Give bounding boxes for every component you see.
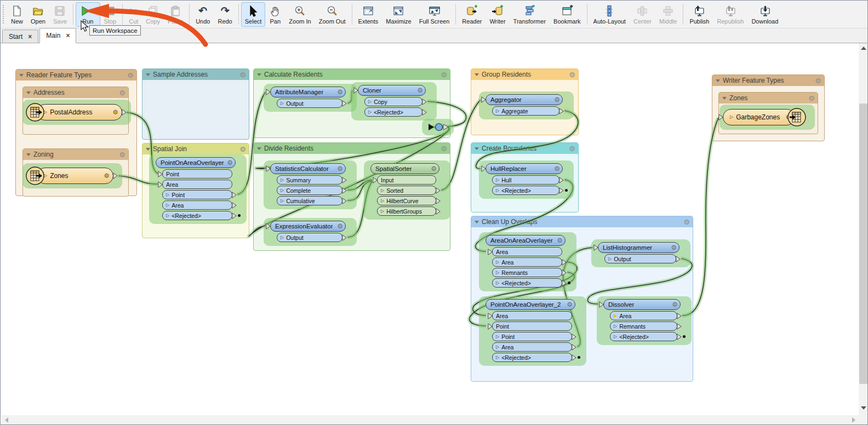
input-port-icon[interactable] — [488, 323, 493, 330]
input-port-icon[interactable] — [373, 177, 378, 183]
toolbar-autolayout-button[interactable]: Auto-Layout — [590, 2, 630, 27]
input-port-row[interactable]: Area — [162, 180, 232, 189]
output-port-row[interactable]: ▶Area — [610, 311, 677, 320]
input-port-icon[interactable] — [481, 96, 486, 103]
output-port-icon[interactable] — [436, 198, 441, 204]
input-port-icon[interactable] — [158, 181, 163, 188]
junction-node[interactable] — [427, 120, 449, 134]
toolbar-undo-button[interactable]: ↶Undo — [192, 2, 214, 27]
workspace-canvas[interactable]: Reader Feature Types⚙Addresses⚙Zoning⚙Sa… — [2, 43, 859, 415]
output-port-row[interactable]: ▷Output — [604, 254, 676, 263]
tab-close-icon[interactable]: × — [66, 32, 70, 39]
transformer-header[interactable]: StatisticsCalculator⚙ — [270, 163, 346, 174]
transformer-node-attrmgr[interactable]: AttributeManager⚙▷Output — [270, 87, 346, 108]
output-port-row[interactable]: ▷Aggregate — [492, 106, 559, 116]
transformer-node-aoao[interactable]: AreaOnAreaOverlayer⚙Area▷Area▷Remnants▷<… — [486, 235, 566, 288]
output-port-icon[interactable] — [342, 198, 347, 204]
input-port-icon[interactable] — [599, 301, 604, 308]
output-port-icon[interactable] — [572, 354, 576, 361]
toolbar-new-button[interactable]: New — [7, 2, 27, 27]
tab-close-icon[interactable]: × — [28, 33, 32, 41]
toolbar-publish-button[interactable]: Publish — [686, 2, 713, 27]
transformer-header[interactable]: SpatialSorter⚙ — [370, 163, 439, 174]
transformer-header[interactable]: AttributeManager⚙ — [270, 87, 346, 97]
transformer-node-dissolver[interactable]: Dissolver⚙▶Area▷Remnants▷<Rejected> — [603, 299, 681, 341]
transformer-header[interactable]: AreaOnAreaOverlayer⚙ — [486, 235, 566, 246]
writer-node-garbage[interactable]: ▷GarbageZones⚙ — [723, 108, 806, 127]
output-port-icon[interactable] — [559, 187, 564, 194]
transformer-node-hullrep[interactable]: HullReplacer⚙▷Hull▷<Rejected> — [486, 163, 563, 195]
transformer-header[interactable]: Dissolver⚙ — [603, 299, 681, 310]
output-port-row[interactable]: ▷<Rejected> — [610, 332, 677, 341]
output-port-row[interactable]: ▷Remnants — [610, 321, 677, 331]
toolbar-transformer-button[interactable]: Transformer — [510, 2, 550, 27]
node-gear-icon[interactable]: ⚙ — [554, 165, 560, 172]
output-port-row[interactable]: ▷<Rejected> — [492, 353, 572, 362]
output-port-row[interactable]: ▷<Rejected> — [492, 278, 562, 288]
output-port-icon[interactable] — [232, 213, 237, 219]
output-port-icon[interactable] — [677, 323, 682, 330]
input-port-icon[interactable] — [353, 87, 358, 94]
node-gear-icon[interactable]: ⚙ — [672, 301, 678, 308]
output-port-icon[interactable] — [342, 187, 347, 194]
input-port-row[interactable]: Input — [377, 175, 436, 185]
output-port-row[interactable]: ▷Area — [162, 200, 232, 210]
output-port-row[interactable]: ▷HilbertCurve — [377, 196, 436, 205]
input-port-row[interactable]: Area — [492, 311, 572, 320]
node-gear-icon[interactable]: ⚙ — [557, 237, 563, 244]
output-port-icon[interactable] — [232, 192, 237, 198]
node-gear-icon[interactable]: ⚙ — [431, 165, 437, 172]
input-port-icon[interactable] — [266, 165, 271, 172]
node-gear-icon[interactable]: ⚙ — [112, 109, 118, 116]
reader-node-zones[interactable]: ▷Zones⚙ — [26, 166, 113, 185]
output-port-row[interactable]: ▷Cumulative — [277, 196, 342, 205]
scroll-down-icon[interactable] — [861, 406, 866, 410]
toolbar-zoomout-button[interactable]: Zoom Out — [315, 2, 350, 27]
node-gear-icon[interactable]: ⚙ — [567, 301, 573, 308]
node-gear-icon[interactable]: ⚙ — [227, 159, 233, 166]
transformer-header[interactable]: HullReplacer⚙ — [486, 163, 563, 174]
output-port-row[interactable]: ▷Hull — [492, 175, 559, 185]
output-port-icon[interactable] — [232, 202, 237, 209]
vertical-scrollbar[interactable] — [859, 43, 868, 415]
output-port-icon[interactable] — [572, 334, 576, 340]
node-gear-icon[interactable]: ⚙ — [554, 96, 560, 103]
output-port-icon[interactable] — [572, 344, 576, 351]
toolbar-maximize-button[interactable]: Maximize — [382, 2, 415, 27]
transformer-node-statcalc[interactable]: StatisticsCalculator⚙▷Summary▷Complete▷C… — [270, 163, 346, 205]
output-port-row[interactable]: ▷Output — [277, 99, 342, 108]
transformer-header[interactable]: Cloner⚙ — [358, 85, 426, 96]
output-port-row[interactable]: ▷Complete — [277, 186, 342, 195]
output-port-row[interactable]: ▷HilbertGroups — [377, 206, 436, 216]
transformer-header[interactable]: PointOnAreaOverlayer⚙ — [156, 157, 236, 168]
toolbar-fullscreen-button[interactable]: Full Screen — [415, 2, 454, 27]
node-gear-icon[interactable]: ⚙ — [337, 223, 343, 229]
output-port-row[interactable]: ▷<Rejected> — [492, 186, 559, 195]
toolbar-open-button[interactable]: Open — [27, 2, 49, 27]
transformer-node-aggregator[interactable]: Aggregator⚙▷Aggregate — [486, 94, 563, 116]
input-port-icon[interactable] — [488, 313, 493, 319]
node-gear-icon[interactable]: ⚙ — [104, 173, 110, 179]
input-port-icon[interactable] — [266, 89, 271, 95]
output-port-row[interactable]: ▷Summary — [277, 175, 342, 185]
toolbar-reader-button[interactable]: Reader — [458, 2, 486, 27]
toolbar-bookmark-button[interactable]: Bookmark — [550, 2, 585, 27]
output-port-icon[interactable] — [562, 259, 567, 266]
transformer-node-spatialsorter[interactable]: SpatialSorter⚙Input▷Sorted▷HilbertCurve▷… — [370, 163, 439, 216]
reader-pill[interactable]: ▷Zones⚙ — [37, 168, 113, 184]
toolbar-pan-button[interactable]: Pan — [265, 2, 285, 27]
input-port-row[interactable]: Point — [492, 321, 572, 331]
input-port-icon[interactable] — [481, 165, 486, 172]
output-port-row[interactable]: ▷Point — [492, 332, 572, 341]
transformer-header[interactable]: ExpressionEvaluator⚙ — [270, 221, 346, 232]
scroll-up-icon[interactable] — [861, 47, 866, 50]
output-port-icon[interactable] — [342, 177, 347, 183]
output-port-row[interactable]: ▷<Rejected> — [162, 211, 232, 220]
output-port-icon[interactable] — [422, 99, 427, 105]
output-port-icon[interactable] — [676, 256, 681, 262]
output-port-row[interactable]: ▷Area — [492, 257, 562, 267]
node-gear-icon[interactable]: ⚙ — [417, 87, 423, 94]
output-port-icon[interactable] — [559, 108, 564, 114]
input-port-icon[interactable] — [718, 114, 723, 120]
connection-wire[interactable] — [682, 118, 718, 315]
